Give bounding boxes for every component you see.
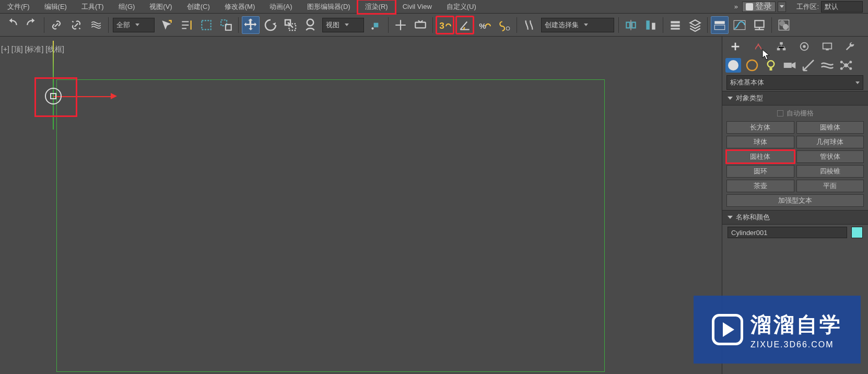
menu-more[interactable]: » (730, 3, 742, 10)
menu-tools[interactable]: 工具(T) (74, 0, 111, 14)
plane-button[interactable]: 平面 (796, 180, 864, 192)
sphere-button[interactable]: 球体 (726, 136, 794, 148)
menu-create[interactable]: 创建(C) (180, 0, 217, 14)
svg-rect-29 (823, 43, 832, 49)
helpers-subtab[interactable] (801, 58, 816, 73)
named-selection-button[interactable] (520, 16, 538, 34)
bind-spacewarp-button[interactable] (87, 16, 105, 34)
unlink-button[interactable] (67, 16, 85, 34)
menu-group[interactable]: 组(G) (111, 0, 143, 14)
svg-rect-25 (777, 48, 780, 51)
angle-snap-button[interactable] (456, 16, 474, 34)
svg-rect-17 (714, 21, 725, 24)
chevron-down-icon (780, 5, 784, 8)
textplus-button[interactable]: 加强型文本 (726, 194, 864, 207)
box-button[interactable]: 长方体 (726, 121, 794, 134)
spinner-snap-button[interactable] (496, 16, 513, 34)
primitive-type-label: 标准基本体 (730, 78, 764, 87)
schematic-view-button[interactable] (750, 16, 768, 34)
signin-button[interactable]: 登录 (742, 2, 776, 12)
geosphere-button[interactable]: 几何球体 (796, 136, 864, 148)
signin-dropdown[interactable] (778, 2, 786, 12)
systems-subtab[interactable] (838, 58, 854, 73)
layer-explorer-button[interactable] (666, 16, 684, 34)
placement-button[interactable] (301, 16, 319, 34)
main-toolbar: 全部 视图 3 % 创建选择集 (0, 14, 868, 37)
link-button[interactable] (48, 16, 65, 34)
cylinder-button[interactable]: 圆柱体 (726, 150, 794, 163)
snap-toggle-button[interactable]: 3 (436, 16, 454, 34)
svg-rect-30 (826, 49, 829, 51)
object-name-input[interactable] (728, 227, 847, 238)
workspace-dropdown[interactable]: 默认 (821, 1, 863, 13)
motion-tab[interactable] (794, 38, 814, 55)
percent-snap-button[interactable]: % (476, 16, 494, 34)
teapot-button[interactable]: 茶壶 (726, 180, 794, 192)
menu-customize[interactable]: 自定义(U) (439, 0, 484, 14)
layers-button[interactable] (686, 16, 704, 34)
menu-rendering[interactable]: 渲染(R) (358, 0, 395, 14)
primitive-type-dropdown[interactable]: 标准基本体 (726, 75, 863, 90)
object-color-swatch[interactable] (851, 227, 863, 238)
pyramid-button[interactable]: 四棱锥 (796, 165, 864, 178)
window-crossing-button[interactable] (217, 16, 235, 34)
command-panel: 标准基本体 对象类型 自动栅格 长方体 圆锥体 球体 几何球体 圆柱体 管状体 … (722, 37, 868, 374)
cameras-subtab[interactable] (782, 58, 797, 73)
svg-rect-0 (202, 20, 210, 29)
modify-tab[interactable] (748, 38, 768, 55)
menu-file[interactable]: 文件(F) (0, 0, 37, 14)
named-selection-dropdown[interactable]: 创建选择集 (541, 18, 614, 32)
curve-editor-button[interactable] (731, 16, 748, 34)
select-by-name-button[interactable] (178, 16, 195, 34)
scale-button[interactable] (281, 16, 299, 34)
chevron-down-icon (728, 216, 733, 219)
menu-views[interactable]: 视图(V) (142, 0, 179, 14)
svg-rect-26 (783, 48, 786, 51)
menu-edit[interactable]: 编辑(E) (37, 0, 74, 14)
spacewarps-subtab[interactable] (819, 58, 835, 73)
tube-button[interactable]: 管状体 (796, 150, 864, 163)
svg-point-37 (849, 61, 852, 63)
rotate-button[interactable] (262, 16, 279, 34)
rectangle-select-button[interactable] (197, 16, 215, 34)
geometry-subtab[interactable] (725, 58, 741, 73)
pivot-button[interactable] (367, 16, 385, 34)
viewport[interactable]: [+] [顶] [标准] [线框] (0, 37, 722, 374)
viewport-plane (56, 79, 605, 372)
name-color-label: 名称和颜色 (736, 213, 770, 222)
autogrid-label: 自动栅格 (787, 109, 814, 118)
menu-civilview[interactable]: Civil View (395, 0, 439, 14)
workspace-label: 工作区: (796, 2, 819, 11)
keyboard-shortcut-button[interactable] (412, 16, 429, 34)
move-button[interactable] (242, 16, 260, 34)
menu-modifiers[interactable]: 修改器(M) (217, 0, 263, 14)
autogrid-checkbox[interactable] (777, 110, 783, 116)
undo-button[interactable] (3, 16, 21, 34)
name-color-rollout-header[interactable]: 名称和颜色 (722, 210, 868, 225)
select-object-button[interactable] (158, 16, 175, 34)
viewport-label[interactable]: [+] [顶] [标准] [线框] (1, 45, 64, 54)
object-type-rollout-header[interactable]: 对象类型 (722, 91, 868, 106)
hierarchy-tab[interactable] (771, 38, 791, 55)
menu-bar: 文件(F) 编辑(E) 工具(T) 组(G) 视图(V) 创建(C) 修改器(M… (0, 0, 868, 14)
align-button[interactable] (642, 16, 660, 34)
svg-point-28 (803, 45, 806, 48)
selection-filter-dropdown[interactable]: 全部 (113, 18, 155, 32)
torus-button[interactable]: 圆环 (726, 165, 794, 178)
ribbon-toggle-button[interactable] (711, 16, 729, 34)
ref-coord-dropdown[interactable]: 视图 (322, 18, 364, 32)
shapes-subtab[interactable] (744, 58, 760, 73)
lights-subtab[interactable] (763, 58, 779, 73)
watermark-url: ZIXUE.3D66.COM (750, 340, 842, 349)
manipulate-button[interactable] (392, 16, 409, 34)
menu-animation[interactable]: 动画(A) (262, 0, 299, 14)
svg-point-38 (840, 67, 843, 70)
redo-button[interactable] (23, 16, 41, 34)
utilities-tab[interactable] (840, 38, 860, 55)
cone-button[interactable]: 圆锥体 (796, 121, 864, 134)
display-tab[interactable] (817, 38, 837, 55)
create-tab[interactable] (725, 38, 745, 55)
menu-grapheditors[interactable]: 图形编辑器(D) (300, 0, 358, 14)
material-editor-button[interactable] (775, 16, 793, 34)
mirror-button[interactable] (622, 16, 640, 34)
